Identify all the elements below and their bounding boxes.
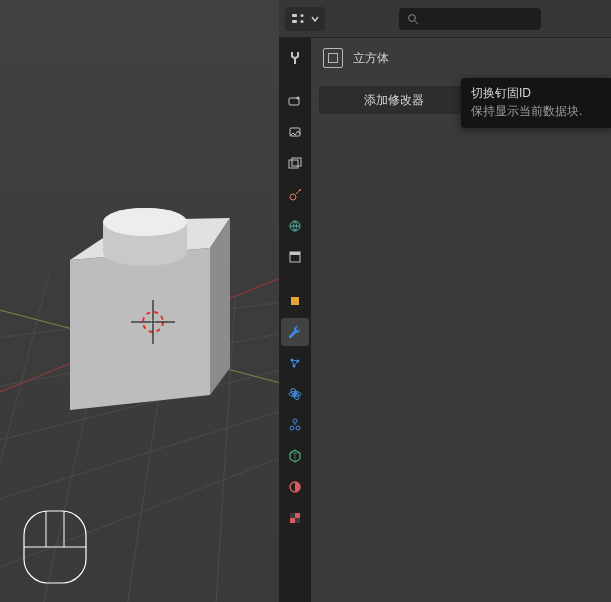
- svg-rect-23: [292, 14, 297, 17]
- add-modifier-label: 添加修改器: [364, 92, 424, 109]
- data-mode-dropdown[interactable]: [285, 7, 325, 31]
- tab-viewlayer[interactable]: [281, 150, 309, 178]
- tooltip-subtitle: 保持显示当前数据块.: [471, 102, 603, 120]
- svg-line-3: [0, 405, 279, 505]
- search-input[interactable]: [418, 12, 533, 26]
- svg-marker-12: [210, 218, 230, 395]
- constraints-icon: [287, 417, 303, 433]
- svg-rect-38: [290, 252, 300, 255]
- physics-icon: [287, 386, 303, 402]
- svg-point-27: [409, 14, 416, 21]
- texture-icon: [287, 510, 303, 526]
- world-icon: [287, 218, 303, 234]
- breadcrumb: 立方体: [311, 38, 611, 78]
- data-icon: [287, 448, 303, 464]
- object-name: 立方体: [353, 50, 389, 67]
- svg-rect-51: [290, 513, 295, 518]
- svg-point-43: [293, 392, 297, 396]
- tab-world[interactable]: [281, 212, 309, 240]
- svg-point-25: [301, 14, 304, 17]
- mouse-hint-widget: [20, 507, 90, 587]
- tab-output[interactable]: [281, 119, 309, 147]
- tab-material[interactable]: [281, 473, 309, 501]
- viewlayer-icon: [287, 156, 303, 172]
- tooltip-title: 切换钉固ID: [471, 84, 603, 102]
- output-icon: [287, 125, 303, 141]
- tab-modifier[interactable]: [281, 318, 309, 346]
- tab-constraints[interactable]: [281, 411, 309, 439]
- tab-physics[interactable]: [281, 380, 309, 408]
- scene-icon: [287, 187, 303, 203]
- viewport-3d[interactable]: [0, 0, 279, 602]
- properties-tabstrip: [279, 38, 311, 602]
- modifier-icon: [287, 324, 303, 340]
- svg-point-34: [290, 194, 296, 200]
- svg-point-14: [103, 208, 187, 236]
- add-modifier-button[interactable]: 添加修改器: [319, 86, 469, 114]
- tab-collection[interactable]: [281, 243, 309, 271]
- render-icon: [287, 94, 303, 110]
- svg-marker-10: [70, 248, 210, 410]
- search-icon: [407, 13, 418, 25]
- tab-scene[interactable]: [281, 181, 309, 209]
- svg-point-46: [293, 419, 297, 423]
- svg-rect-39: [291, 297, 299, 305]
- options-icon: [291, 12, 307, 26]
- material-icon: [287, 479, 303, 495]
- properties-panel: 立方体 添加修改器 切换钉固ID 保持显示当前数据块.: [279, 0, 611, 602]
- tab-render[interactable]: [281, 88, 309, 116]
- svg-point-26: [301, 20, 304, 23]
- tooltip: 切换钉固ID 保持显示当前数据块.: [461, 78, 611, 128]
- tab-data[interactable]: [281, 442, 309, 470]
- svg-rect-32: [289, 160, 298, 168]
- chevron-down-icon: [311, 15, 319, 23]
- modifier-panel: 立方体 添加修改器 切换钉固ID 保持显示当前数据块.: [311, 38, 611, 602]
- tool-icon: [287, 50, 303, 66]
- object-data-icon: [323, 48, 343, 68]
- collection-icon: [287, 249, 303, 265]
- svg-point-30: [297, 97, 300, 100]
- svg-point-35: [299, 189, 301, 191]
- svg-rect-24: [292, 20, 297, 23]
- mesh-cube: [70, 208, 230, 410]
- tab-object[interactable]: [281, 287, 309, 315]
- search-field[interactable]: [399, 8, 541, 30]
- properties-header: [279, 0, 611, 38]
- svg-rect-33: [292, 158, 301, 166]
- tab-tool[interactable]: [281, 44, 309, 72]
- svg-rect-52: [295, 518, 300, 523]
- tab-texture[interactable]: [281, 504, 309, 532]
- tab-particles[interactable]: [281, 349, 309, 377]
- particles-icon: [287, 355, 303, 371]
- object-icon: [287, 293, 303, 309]
